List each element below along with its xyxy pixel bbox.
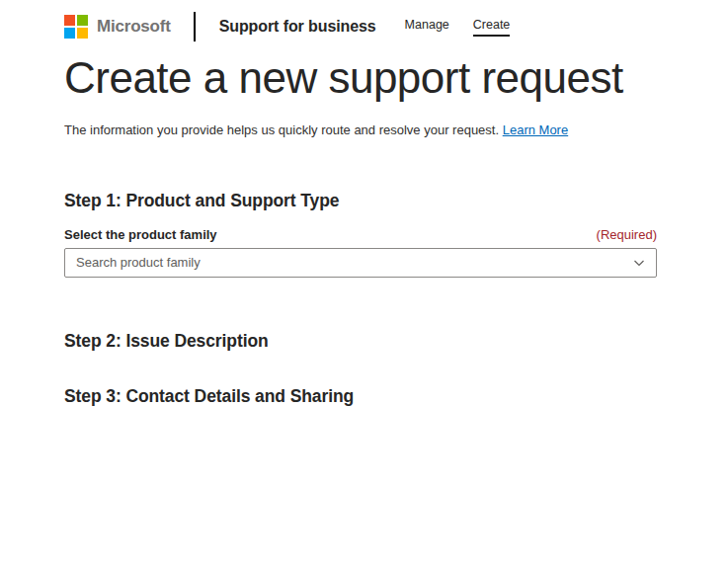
logo-square-red bbox=[64, 15, 75, 26]
logo-square-green bbox=[77, 15, 88, 26]
product-family-label: Select the product family bbox=[64, 227, 217, 242]
header: Microsoft Support for business Manage Cr… bbox=[0, 0, 728, 41]
product-family-label-row: Select the product family (Required) bbox=[64, 227, 657, 242]
app-title[interactable]: Support for business bbox=[219, 18, 376, 36]
intro-text-body: The information you provide helps us qui… bbox=[64, 122, 499, 137]
microsoft-wordmark[interactable]: Microsoft bbox=[97, 17, 171, 37]
step-1-heading: Step 1: Product and Support Type bbox=[64, 189, 657, 212]
step-2-heading: Step 2: Issue Description bbox=[64, 329, 657, 353]
step-3-heading: Step 3: Contact Details and Sharing bbox=[64, 384, 657, 408]
product-family-combobox bbox=[64, 248, 657, 278]
header-divider bbox=[194, 12, 196, 41]
intro-text: The information you provide helps us qui… bbox=[64, 122, 657, 139]
header-nav: Manage Create bbox=[405, 18, 511, 37]
page-title: Create a new support request bbox=[64, 53, 657, 104]
nav-link-manage[interactable]: Manage bbox=[405, 18, 449, 37]
nav-link-create[interactable]: Create bbox=[473, 18, 511, 37]
logo-square-yellow bbox=[77, 28, 88, 39]
microsoft-logo[interactable] bbox=[64, 15, 88, 39]
logo-square-blue bbox=[64, 28, 75, 39]
product-family-search-input[interactable] bbox=[64, 248, 657, 278]
required-badge: (Required) bbox=[597, 227, 657, 242]
main-content: Create a new support request The informa… bbox=[64, 53, 657, 408]
chevron-down-icon[interactable] bbox=[632, 256, 646, 270]
learn-more-link[interactable]: Learn More bbox=[503, 122, 568, 137]
